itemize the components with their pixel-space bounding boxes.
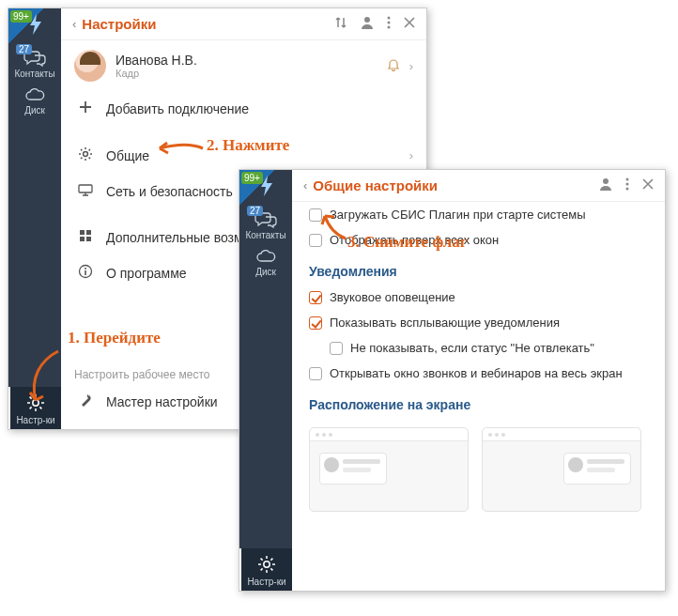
current-user-row[interactable]: Иванова Н.В. Кадр ›: [61, 40, 426, 91]
sidebar-item-label: Диск: [8, 105, 61, 116]
plus-icon: [74, 100, 97, 116]
svg-point-14: [264, 562, 270, 567]
sidebar-item-label: Настр-ки: [10, 415, 61, 425]
general-content: ‹ Общие настройки Загружать СБИС Плагин …: [292, 170, 665, 591]
user-sub: Кадр: [116, 68, 387, 79]
svg-point-4: [388, 26, 391, 29]
gear-icon: [256, 554, 277, 575]
page-title: Общие настройки: [313, 177, 586, 193]
cloud-icon: [254, 250, 277, 265]
svg-rect-6: [79, 185, 92, 192]
sidebar-item-label: Контакты: [239, 230, 292, 240]
add-connection-row[interactable]: Добавить подключение: [61, 91, 426, 126]
fullscreen-calls-row[interactable]: Открывать окно звонков и вебинаров на ве…: [292, 361, 665, 386]
popup-row[interactable]: Показывать всплывающие уведомления: [292, 310, 665, 335]
page-title: Настройки: [82, 16, 321, 32]
chevron-right-icon: ›: [409, 59, 413, 73]
section-notifications: Уведомления: [292, 253, 665, 285]
sidebar-item-disk[interactable]: Диск: [8, 83, 61, 119]
section-screen-position: Расположение на экране: [292, 386, 665, 418]
avatar: [74, 50, 106, 82]
back-icon[interactable]: ‹: [72, 17, 76, 31]
svg-point-0: [33, 400, 39, 406]
checkbox-label: Не показывать, если статус "Не отвлекать…: [350, 341, 594, 355]
contacts-badge: 27: [247, 206, 263, 216]
close-icon[interactable]: [642, 178, 654, 192]
checkbox-popup[interactable]: [309, 316, 322, 330]
checkbox-load-on-start[interactable]: [309, 208, 322, 222]
network-icon: [74, 183, 97, 199]
general-header: ‹ Общие настройки: [292, 170, 665, 202]
wrench-icon: [74, 393, 97, 410]
sort-icon[interactable]: [334, 16, 347, 32]
always-on-top-row[interactable]: Отображать поверх всех окон: [292, 227, 665, 253]
sidebar-item-contacts[interactable]: 27 Контакты: [239, 206, 292, 244]
sidebar-item-contacts[interactable]: 27 Контакты: [8, 44, 61, 83]
person-icon[interactable]: [361, 16, 374, 32]
position-option-right[interactable]: [482, 427, 641, 512]
svg-point-3: [388, 22, 391, 24]
sidebar-item-label: Контакты: [8, 69, 61, 79]
back-icon[interactable]: ‹: [303, 178, 307, 192]
app-sidebar: 99+ 27 Контакты Диск Настр-ки: [239, 170, 292, 591]
svg-point-15: [603, 178, 609, 184]
position-thumbnails: [292, 418, 665, 521]
svg-point-2: [388, 17, 391, 20]
svg-rect-13: [85, 270, 86, 275]
checkbox-sound[interactable]: [309, 291, 322, 304]
checkbox-label: Звуковое оповещение: [330, 290, 455, 304]
contacts-badge: 27: [16, 44, 32, 54]
row-label: Добавить подключение: [106, 101, 413, 116]
checkbox-fullscreen-calls[interactable]: [309, 367, 322, 380]
position-option-left[interactable]: [309, 427, 469, 512]
load-on-start-row[interactable]: Загружать СБИС Плагин при старте системы: [292, 202, 665, 227]
more-icon[interactable]: [387, 16, 391, 32]
checkbox-label: Показывать всплывающие уведомления: [330, 316, 560, 330]
info-icon: [74, 264, 97, 282]
svg-rect-10: [86, 237, 91, 241]
svg-point-12: [85, 268, 86, 270]
svg-point-5: [84, 152, 88, 157]
svg-point-18: [626, 188, 629, 191]
grid-icon: [74, 229, 97, 245]
checkbox-label: Отображать поверх всех окон: [330, 233, 499, 247]
settings-header: ‹ Настройки: [61, 8, 426, 40]
chevron-right-icon: ›: [409, 148, 413, 162]
sound-row[interactable]: Звуковое оповещение: [292, 285, 665, 310]
svg-rect-7: [80, 230, 85, 235]
svg-point-16: [626, 178, 629, 181]
row-label: Общие: [106, 148, 409, 163]
sidebar-item-label: Настр-ки: [241, 577, 292, 587]
app-sidebar: 99+ 27 Контакты Диск Настр-ки: [8, 8, 61, 429]
svg-rect-9: [80, 237, 85, 241]
checkbox-label: Загружать СБИС Плагин при старте системы: [330, 208, 586, 222]
bell-icon[interactable]: [387, 58, 400, 74]
more-icon[interactable]: [625, 177, 629, 193]
gear-icon: [74, 146, 97, 164]
checkbox-always-on-top[interactable]: [309, 234, 322, 247]
close-icon[interactable]: [404, 17, 415, 31]
svg-point-1: [364, 17, 370, 23]
sidebar-item-settings[interactable]: Настр-ки: [8, 387, 61, 429]
sidebar-item-disk[interactable]: Диск: [239, 244, 292, 281]
general-settings-window: 99+ 27 Контакты Диск Настр-ки ‹ Общие на…: [239, 169, 666, 592]
checkbox-dnd[interactable]: [330, 342, 343, 355]
checkbox-label: Открывать окно звонков и вебинаров на ве…: [330, 366, 623, 380]
gear-icon: [25, 393, 46, 413]
dnd-row[interactable]: Не показывать, если статус "Не отвлекать…: [292, 335, 665, 361]
sidebar-item-label: Диск: [239, 267, 292, 277]
sidebar-item-settings[interactable]: Настр-ки: [239, 548, 292, 591]
app-logo: 99+: [8, 8, 61, 44]
svg-rect-8: [86, 230, 91, 235]
svg-point-17: [626, 183, 629, 186]
cloud-icon: [23, 88, 46, 103]
person-icon[interactable]: [599, 177, 612, 193]
user-name: Иванова Н.В.: [116, 53, 387, 68]
app-logo: 99+: [239, 170, 292, 206]
